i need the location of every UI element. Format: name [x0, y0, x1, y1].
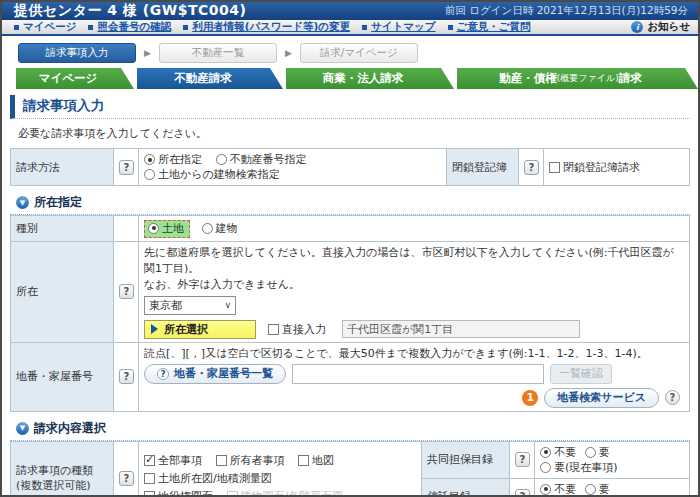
checkbox-icon	[298, 455, 309, 466]
joint-collateral-label: 共同担保目録	[422, 441, 510, 478]
notice-link[interactable]: i お知らせ	[631, 20, 690, 34]
location-label: 所在	[11, 242, 114, 343]
lot-number-content: 読点[、][，]又は空白で区切ることで、最大50件まで複数入力ができます(例:1…	[139, 342, 690, 411]
nav-link-user-info[interactable]: 利用者情報(パスワード等)の変更	[183, 20, 350, 34]
step-request-entry: 請求事項入力	[18, 43, 136, 63]
lot-number-note: 読点[、][，]又は空白で区切ることで、最大50件まで複数入力ができます(例:1…	[144, 346, 684, 362]
radio-icon	[216, 154, 227, 165]
help-cell: ?	[114, 342, 139, 411]
checkbox-land-location-map[interactable]: 土地所在図/地積測量図	[144, 472, 272, 485]
radio-building[interactable]: 建物	[202, 222, 238, 235]
location-content: 先に都道府県を選択してください。直接入力の場合は、市区町村以下を入力してください…	[139, 242, 690, 343]
checkbox-closed-register-request[interactable]: 閉鎖登記簿請求	[549, 161, 640, 174]
lot-search-service-button[interactable]: 地番検索サービス	[544, 388, 659, 408]
nav-link-sitemap[interactable]: サイトマップ	[362, 20, 435, 34]
direct-input-field[interactable]	[342, 320, 580, 338]
step-indicator: 請求事項入力 ▶ 不動産一覧 ▶ 請求/マイページ	[2, 36, 698, 68]
checkbox-icon	[144, 491, 155, 497]
radio-trust-required[interactable]: 要	[585, 483, 610, 496]
bullet-square-icon	[14, 25, 19, 30]
section-bullet-icon: ▼	[16, 422, 29, 435]
bullet-square-icon	[183, 25, 188, 30]
checkbox-icon	[144, 455, 155, 466]
help-cell: ?	[519, 149, 544, 186]
checkbox-building-map-disabled: 建物図面/各階平面図	[227, 490, 344, 497]
nav-link-inquiry-number[interactable]: 照会番号の確認	[88, 20, 171, 34]
help-cell: ?	[114, 149, 139, 186]
checkbox-icon	[216, 455, 227, 466]
main-tabs: マイページ 不動産請求 商業・法人請求 動産・債権(概要ファイル)請求	[2, 68, 698, 89]
help-cell-empty	[114, 216, 139, 242]
radio-location-specified[interactable]: 所在指定	[144, 153, 202, 166]
radio-joint-not-required[interactable]: 不要	[540, 446, 576, 459]
nav-link-mypage[interactable]: マイページ	[14, 20, 76, 34]
lot-list-button[interactable]: ?地番・家屋番号一覧	[144, 364, 286, 384]
radio-icon	[540, 447, 551, 458]
bullet-square-icon	[88, 25, 93, 30]
location-select-button[interactable]: 所在選択	[144, 320, 256, 339]
help-icon[interactable]: ?	[665, 390, 680, 405]
checkbox-direct-input[interactable]: 直接入力	[268, 322, 326, 337]
help-icon[interactable]: ?	[515, 452, 530, 467]
step-request-mypage: 請求/マイページ	[300, 43, 418, 63]
radio-icon	[585, 484, 596, 495]
checkbox-owner-items[interactable]: 所有者事項	[216, 454, 285, 467]
tab-corporate-request[interactable]: 商業・法人請求	[286, 68, 454, 89]
checkbox-easement-map[interactable]: 地役権図面	[144, 490, 213, 497]
chevron-down-icon: ∨	[224, 300, 231, 310]
trust-label: 信託目録	[422, 478, 510, 497]
closed-register-cell: 閉鎖登記簿請求	[544, 149, 690, 186]
step-arrow-icon: ▶	[285, 48, 292, 58]
page-title: 請求事項入力	[10, 95, 690, 119]
application-window: 提供センター 4 様 (GW$TC004) 前回 ログイン日時 2021年12月…	[0, 0, 700, 497]
nav-link-feedback[interactable]: ご意見・ご質問	[448, 20, 531, 34]
radio-land[interactable]: 土地	[148, 222, 184, 235]
checkbox-icon	[549, 162, 560, 173]
radio-joint-required-current[interactable]: 要(現在事項)	[540, 461, 618, 474]
arrow-right-icon	[151, 324, 158, 334]
help-icon[interactable]: ?	[524, 160, 539, 175]
radio-land-highlight: 土地	[144, 220, 190, 238]
request-content-table: 請求事項の種類 (複数選択可能) ? 全部事項 所有者事項 地図 土地所在図/地…	[10, 441, 690, 497]
radio-building-search-from-land[interactable]: 土地からの建物検索指定	[144, 168, 280, 181]
checkbox-map[interactable]: 地図	[298, 454, 334, 467]
radio-property-number[interactable]: 不動産番号指定	[216, 153, 307, 166]
prefecture-select[interactable]: 東京都 ∨	[144, 296, 236, 315]
help-icon[interactable]: ?	[119, 284, 134, 299]
radio-trust-not-required[interactable]: 不要	[540, 483, 576, 496]
checkbox-icon	[227, 491, 238, 497]
main-content: 請求事項入力 必要な請求事項を入力してください。 請求方法 ? 所在指定 不動産…	[2, 89, 698, 497]
help-icon[interactable]: ?	[119, 471, 134, 486]
radio-icon	[144, 154, 155, 165]
radio-joint-required[interactable]: 要	[585, 446, 610, 459]
bullet-square-icon	[448, 25, 453, 30]
tab-movables-claims-request[interactable]: 動産・債権(概要ファイル)請求	[457, 68, 698, 89]
section-bullet-icon: ▼	[16, 196, 29, 209]
help-cell: ?	[114, 441, 139, 497]
joint-collateral-options: 不要 要 要(現在事項)	[535, 441, 690, 478]
lot-number-input[interactable]	[292, 364, 544, 384]
radio-icon	[148, 223, 159, 234]
request-method-label: 請求方法	[11, 149, 114, 186]
tab-real-estate-request[interactable]: 不動産請求	[137, 68, 283, 89]
checkbox-icon	[144, 473, 155, 484]
bullet-square-icon	[362, 25, 367, 30]
help-icon[interactable]: ?	[119, 160, 134, 175]
help-cell: ?	[114, 242, 139, 343]
help-cell: ?	[510, 441, 535, 478]
list-confirm-button-disabled: 一覧確認	[550, 364, 612, 384]
trust-options: 不要 要 要(現在目録)	[535, 478, 690, 497]
radio-icon	[202, 223, 213, 234]
checkbox-all-items[interactable]: 全部事項	[144, 454, 202, 467]
location-table: 種別 土地 建物 所在 ? 先に都道府県を選択してください。直接入力の場合は、市…	[10, 215, 690, 412]
section-request-content-title: 請求内容選択	[34, 420, 106, 437]
kind-checkboxes: 全部事項 所有者事項 地図 土地所在図/地積測量図 地役権図面 建物図面/各階平…	[139, 441, 422, 497]
utility-nav: マイページ 照会番号の確認 利用者情報(パスワード等)の変更 サイトマップ ご意…	[2, 20, 698, 36]
tab-mypage[interactable]: マイページ	[16, 68, 134, 89]
help-icon[interactable]: ?	[515, 489, 530, 497]
request-method-options: 所在指定 不動産番号指定 土地からの建物検索指定	[139, 149, 447, 186]
type-label: 種別	[11, 216, 114, 242]
radio-icon	[585, 447, 596, 458]
radio-icon	[144, 169, 155, 180]
help-icon[interactable]: ?	[119, 369, 134, 384]
